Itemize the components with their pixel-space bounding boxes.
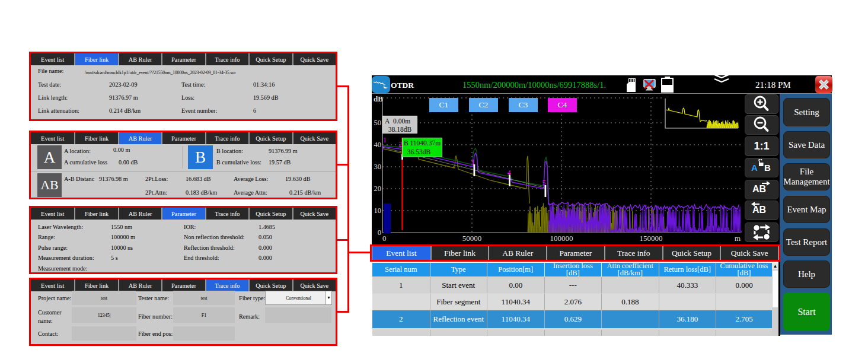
svg-text:40: 40 xyxy=(374,141,382,149)
svg-text:3: 3 xyxy=(471,158,474,166)
svg-text:5: 5 xyxy=(542,179,546,187)
svg-text:100000: 100000 xyxy=(550,234,573,243)
svg-text:150000: 150000 xyxy=(640,234,663,243)
svg-text:20: 20 xyxy=(374,185,382,193)
svg-text:10: 10 xyxy=(374,206,382,215)
svg-text:50000: 50000 xyxy=(462,234,482,243)
svg-text:dB: dB xyxy=(374,94,383,103)
svg-text:50: 50 xyxy=(374,119,382,127)
svg-text:4: 4 xyxy=(508,169,511,177)
svg-text:0: 0 xyxy=(382,234,387,243)
svg-text:m: m xyxy=(735,234,741,243)
svg-text:0: 0 xyxy=(378,228,381,237)
svg-text:1: 1 xyxy=(383,136,387,144)
svg-text:30: 30 xyxy=(374,163,382,171)
